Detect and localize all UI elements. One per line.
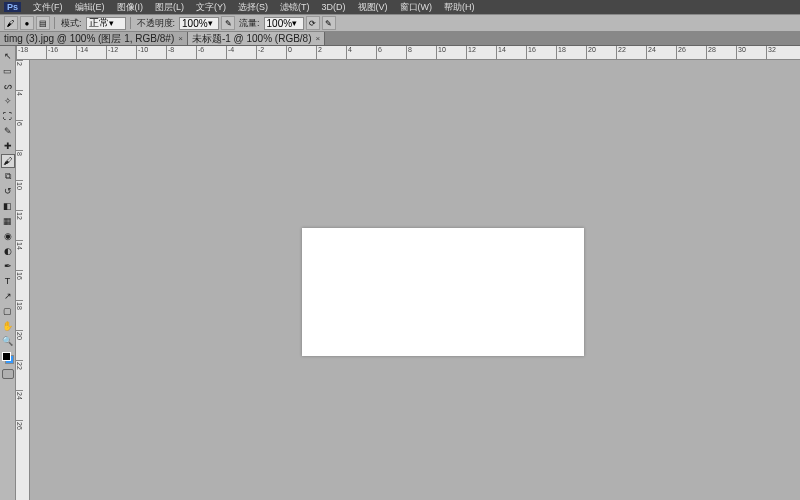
clone-tool[interactable]: ⧉ [1, 169, 15, 183]
eyedropper-tool[interactable]: ✎ [1, 124, 15, 138]
ruler-tick: 18 [556, 46, 586, 59]
pen-tool[interactable]: ✒ [1, 259, 15, 273]
ruler-tick: -18 [16, 46, 46, 59]
ruler-tick: 26 [16, 420, 23, 450]
zoom-tool[interactable]: 🔍 [1, 334, 15, 348]
magic-wand-tool[interactable]: ✧ [1, 94, 15, 108]
type-tool[interactable]: T [1, 274, 15, 288]
close-icon[interactable]: × [316, 34, 321, 43]
brush-panel-icon[interactable]: ▤ [36, 16, 50, 30]
options-bar: 🖌 ● ▤ 模式: 正常 ▾ 不透明度: 100% ▾ ✎ 流量: 100% ▾… [0, 14, 800, 32]
ruler-tick: 22 [16, 360, 23, 390]
ruler-tick: 4 [346, 46, 376, 59]
ruler-tick: 2 [16, 60, 23, 90]
history-brush-tool[interactable]: ↺ [1, 184, 15, 198]
ruler-tick: 16 [526, 46, 556, 59]
foreground-color[interactable] [2, 352, 11, 361]
close-icon[interactable]: × [178, 34, 183, 43]
ruler-tick: 32 [766, 46, 796, 59]
tool-preset-icon[interactable]: 🖌 [4, 16, 18, 30]
ruler-tick: -2 [256, 46, 286, 59]
ruler-tick: 20 [16, 330, 23, 360]
ruler-tick: 14 [496, 46, 526, 59]
ruler-tick: 0 [286, 46, 316, 59]
menu-item[interactable]: 3D(D) [316, 2, 352, 12]
move-tool[interactable]: ↖ [1, 49, 15, 63]
rectangle-tool[interactable]: ▢ [1, 304, 15, 318]
opacity-label: 不透明度: [135, 17, 178, 30]
path-select-tool[interactable]: ↗ [1, 289, 15, 303]
menu-item[interactable]: 滤镜(T) [274, 2, 316, 12]
document-canvas[interactable] [302, 228, 584, 356]
eraser-tool[interactable]: ◧ [1, 199, 15, 213]
gradient-tool[interactable]: ▦ [1, 214, 15, 228]
ruler-tick: -12 [106, 46, 136, 59]
ruler-tick: 4 [16, 90, 23, 120]
opacity-input[interactable]: 100% ▾ [179, 17, 219, 30]
menu-item[interactable]: 选择(S) [232, 2, 274, 12]
ruler-tick: 12 [466, 46, 496, 59]
crop-tool[interactable]: ⛶ [1, 109, 15, 123]
ruler-tick: 8 [16, 150, 23, 180]
ruler-tick: -14 [76, 46, 106, 59]
ruler-tick: 24 [646, 46, 676, 59]
blur-tool[interactable]: ◉ [1, 229, 15, 243]
lasso-tool[interactable]: ᔕ [1, 79, 15, 93]
ruler-tick: -10 [136, 46, 166, 59]
ruler-tick: 30 [736, 46, 766, 59]
ruler-tick: 6 [16, 120, 23, 150]
marquee-tool[interactable]: ▭ [1, 64, 15, 78]
tab-label: timg (3).jpg @ 100% (图层 1, RGB/8#) [4, 32, 174, 46]
ruler-tick: 14 [16, 240, 23, 270]
ruler-tick: 8 [406, 46, 436, 59]
menu-item[interactable]: 图像(I) [111, 2, 150, 12]
ruler-tick: -8 [166, 46, 196, 59]
separator [54, 17, 55, 29]
ruler-tick: 10 [436, 46, 466, 59]
menu-item[interactable]: 编辑(E) [69, 2, 111, 12]
ruler-tick: -16 [46, 46, 76, 59]
airbrush-icon[interactable]: ⟳ [306, 16, 320, 30]
ruler-tick: 16 [16, 270, 23, 300]
ruler-tick: 6 [376, 46, 406, 59]
brush-tool[interactable]: 🖌 [1, 154, 15, 168]
brush-preset-icon[interactable]: ● [20, 16, 34, 30]
menu-item[interactable]: 帮助(H) [438, 2, 481, 12]
color-swatches[interactable] [2, 352, 14, 364]
flow-label: 流量: [237, 17, 262, 30]
tab-label: 未标题-1 @ 100% (RGB/8) [192, 32, 312, 46]
menu-bar: Ps 文件(F)编辑(E)图像(I)图层(L)文字(Y)选择(S)滤镜(T)3D… [0, 0, 800, 14]
ruler-tick: 26 [676, 46, 706, 59]
menu-item[interactable]: 图层(L) [149, 2, 190, 12]
quick-mask-icon[interactable] [2, 369, 14, 379]
menu-item[interactable]: 文件(F) [27, 2, 69, 12]
mode-select[interactable]: 正常 ▾ [86, 17, 126, 30]
vertical-ruler: 2468101214161820222426 [16, 60, 30, 500]
menu-item[interactable]: 窗口(W) [394, 2, 439, 12]
document-tab[interactable]: 未标题-1 @ 100% (RGB/8) × [188, 32, 325, 45]
flow-input[interactable]: 100% ▾ [264, 17, 304, 30]
app-logo: Ps [4, 2, 21, 12]
ruler-tick: -6 [196, 46, 226, 59]
horizontal-ruler: -18-16-14-12-10-8-6-4-202468101214161820… [16, 46, 800, 60]
ruler-tick: 22 [616, 46, 646, 59]
document-tab[interactable]: timg (3).jpg @ 100% (图层 1, RGB/8#) × [0, 32, 188, 45]
ruler-tick: 12 [16, 210, 23, 240]
ruler-tick: 28 [706, 46, 736, 59]
dodge-tool[interactable]: ◐ [1, 244, 15, 258]
ruler-tick: 10 [16, 180, 23, 210]
separator [130, 17, 131, 29]
pressure-opacity-icon[interactable]: ✎ [221, 16, 235, 30]
document-tab-bar: timg (3).jpg @ 100% (图层 1, RGB/8#) × 未标题… [0, 32, 800, 46]
ruler-tick: 20 [586, 46, 616, 59]
ruler-tick: 18 [16, 300, 23, 330]
mode-label: 模式: [59, 17, 84, 30]
ruler-tick: 2 [316, 46, 346, 59]
ruler-tick: 24 [16, 390, 23, 420]
menu-item[interactable]: 文字(Y) [190, 2, 232, 12]
ruler-tick: -4 [226, 46, 256, 59]
menu-item[interactable]: 视图(V) [352, 2, 394, 12]
pressure-size-icon[interactable]: ✎ [322, 16, 336, 30]
healing-tool[interactable]: ✚ [1, 139, 15, 153]
hand-tool[interactable]: ✋ [1, 319, 15, 333]
